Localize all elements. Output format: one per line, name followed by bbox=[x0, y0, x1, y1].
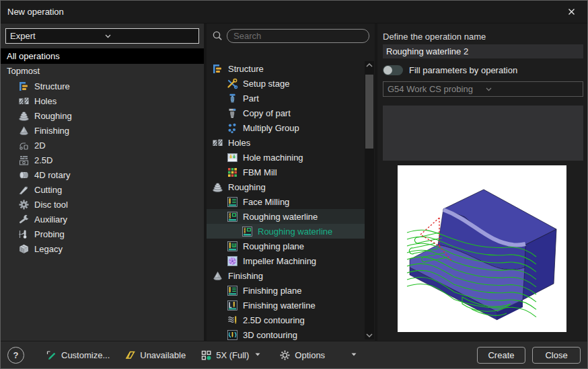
operation-item-finishing[interactable]: Finishing bbox=[207, 268, 365, 283]
operation-item-3d-contouring[interactable]: 3D contouring bbox=[207, 327, 365, 341]
create-button[interactable]: Create bbox=[477, 347, 525, 364]
search-icon bbox=[212, 30, 223, 42]
scroll-track[interactable] bbox=[365, 69, 374, 331]
operation-item-label: 2.5D contouring bbox=[243, 315, 305, 325]
category-item-legacy[interactable]: Legacy bbox=[1, 241, 204, 256]
fill-parameters-toggle[interactable] bbox=[383, 65, 403, 75]
toggle-knob bbox=[383, 66, 392, 75]
search-input[interactable] bbox=[227, 29, 369, 43]
category-item-cutting[interactable]: Cutting bbox=[1, 182, 204, 197]
operation-item-label: Roughing waterline bbox=[258, 227, 332, 237]
copy-of-part-icon bbox=[227, 108, 238, 119]
operation-item-finishing-plane[interactable]: Finishing plane bbox=[207, 283, 365, 298]
structure-icon bbox=[212, 63, 223, 75]
holes-icon bbox=[212, 137, 223, 149]
operation-item-face-milling[interactable]: Face Milling bbox=[207, 194, 365, 209]
operation-item-label: Roughing plane bbox=[243, 241, 304, 251]
impeller-icon bbox=[227, 255, 238, 267]
rotary-4d-icon bbox=[18, 169, 30, 181]
chevron-down-icon bbox=[483, 83, 579, 95]
operation-item-roughing-plane[interactable]: Roughing plane bbox=[207, 239, 365, 253]
unavailable-label: Unavailable bbox=[140, 350, 186, 360]
operation-name-input[interactable] bbox=[383, 44, 583, 58]
operation-item-hole-machining[interactable]: Hole machining bbox=[207, 150, 365, 165]
operation-item-copy-of-part[interactable]: Copy of part bbox=[207, 106, 365, 120]
operation-item-part[interactable]: Part bbox=[207, 91, 365, 106]
category-item-2-5d[interactable]: 2.5D bbox=[1, 153, 204, 167]
contouring-25d-icon bbox=[227, 315, 238, 326]
customize-label: Customize... bbox=[61, 350, 110, 360]
category-item-structure[interactable]: Structure bbox=[1, 79, 204, 93]
operation-item-impeller-machining[interactable]: Impeller Machining bbox=[207, 253, 365, 268]
category-item-label: 2.5D bbox=[34, 155, 52, 165]
category-item-label: Probing bbox=[34, 229, 65, 239]
operation-item-label: Finishing waterline bbox=[243, 300, 316, 311]
help-button[interactable]: ? bbox=[7, 347, 24, 364]
operation-item-multiply-group[interactable]: Multiply Group bbox=[207, 120, 365, 135]
scrollbar[interactable] bbox=[365, 61, 374, 339]
parameters-placeholder-panel bbox=[383, 106, 583, 161]
scroll-down-icon[interactable] bbox=[365, 331, 374, 339]
operation-item-label: Roughing bbox=[228, 182, 266, 192]
operation-item-label: Setup stage bbox=[243, 79, 289, 89]
operation-item-structure[interactable]: Structure bbox=[207, 61, 365, 76]
operation-item-roughing-waterline-selected[interactable]: Roughing waterline bbox=[207, 224, 365, 239]
category-item-4d-rotary[interactable]: 4D rotary bbox=[1, 167, 204, 182]
operation-item-label: Hole machining bbox=[243, 153, 303, 163]
operation-template-value: G54 Work CS probing bbox=[388, 84, 483, 94]
caret-down-icon bbox=[349, 350, 361, 361]
category-item-disc-tool[interactable]: Disc tool bbox=[1, 197, 204, 212]
footer-bar: ? Customize... Unavailable 5X (Full) bbox=[1, 341, 587, 368]
customize-button[interactable]: Customize... bbox=[46, 350, 110, 361]
operation-item-label: FBM Mill bbox=[243, 167, 277, 177]
hole-machining-icon bbox=[227, 152, 238, 163]
operation-item-2-5d-contouring[interactable]: 2.5D contouring bbox=[207, 313, 365, 327]
all-operations-header[interactable]: All operations bbox=[1, 48, 204, 64]
category-item-probing[interactable]: Probing bbox=[1, 227, 204, 241]
scroll-up-icon[interactable] bbox=[365, 61, 374, 69]
part-icon bbox=[227, 93, 238, 104]
finishing-plane-icon bbox=[227, 285, 238, 296]
category-item-auxiliary[interactable]: Auxiliary bbox=[1, 212, 204, 227]
category-item-2d[interactable]: 2D bbox=[1, 138, 204, 153]
auxiliary-icon bbox=[18, 214, 30, 225]
mode-dropdown[interactable]: Expert bbox=[5, 28, 199, 44]
roughing-plane-icon bbox=[227, 241, 238, 252]
operation-item-label: Roughing waterline bbox=[243, 212, 318, 222]
finishing-waterline-icon bbox=[227, 300, 238, 311]
operation-item-setup-stage[interactable]: Setup stage bbox=[207, 76, 365, 91]
operation-item-roughing[interactable]: Roughing bbox=[207, 179, 365, 194]
operation-item-label: Multiply Group bbox=[243, 123, 299, 133]
operation-item-holes[interactable]: Holes bbox=[207, 135, 365, 150]
category-item-finishing[interactable]: Finishing bbox=[1, 123, 204, 138]
category-item-label: Legacy bbox=[34, 244, 63, 254]
category-tree: StructureHolesRoughingFinishing2D2.5D4D … bbox=[1, 79, 204, 256]
category-item-holes[interactable]: Holes bbox=[1, 93, 204, 108]
unavailable-button[interactable]: Unavailable bbox=[124, 350, 186, 361]
operation-item-label: Impeller Machining bbox=[243, 256, 316, 266]
mode-dropdown-value: Expert bbox=[10, 31, 102, 41]
fill-parameters-label: Fill parameters by operation bbox=[409, 65, 517, 75]
details-panel: Define the operation name Fill parameter… bbox=[377, 24, 587, 341]
operation-template-dropdown[interactable]: G54 Work CS probing bbox=[383, 81, 583, 97]
operation-item-roughing-waterline[interactable]: Roughing waterline bbox=[207, 209, 365, 224]
disc-tool-icon bbox=[18, 199, 30, 210]
operation-item-fbm-mill[interactable]: FBM Mill bbox=[207, 165, 365, 179]
close-icon[interactable] bbox=[562, 3, 581, 22]
scroll-thumb[interactable] bbox=[365, 75, 373, 149]
new-operation-dialog: New operation Expert All operations Topm… bbox=[0, 0, 588, 369]
title-bar: New operation bbox=[1, 1, 587, 24]
category-item-label: Roughing bbox=[34, 111, 72, 121]
setup-stage-icon bbox=[227, 78, 238, 89]
more-options-dropdown[interactable] bbox=[349, 350, 361, 361]
holes-icon bbox=[18, 95, 30, 107]
options-label: Options bbox=[295, 350, 325, 360]
operation-item-finishing-waterline[interactable]: Finishing waterline bbox=[207, 298, 365, 313]
dialog-title: New operation bbox=[7, 7, 64, 17]
category-item-roughing[interactable]: Roughing bbox=[1, 108, 204, 123]
close-button[interactable]: Close bbox=[532, 347, 581, 364]
options-button[interactable]: Options bbox=[279, 350, 325, 361]
operation-item-label: Copy of part bbox=[243, 108, 291, 118]
machine-mode-dropdown[interactable]: 5X (Full) bbox=[200, 350, 264, 361]
topmost-item[interactable]: Topmost bbox=[1, 64, 204, 79]
